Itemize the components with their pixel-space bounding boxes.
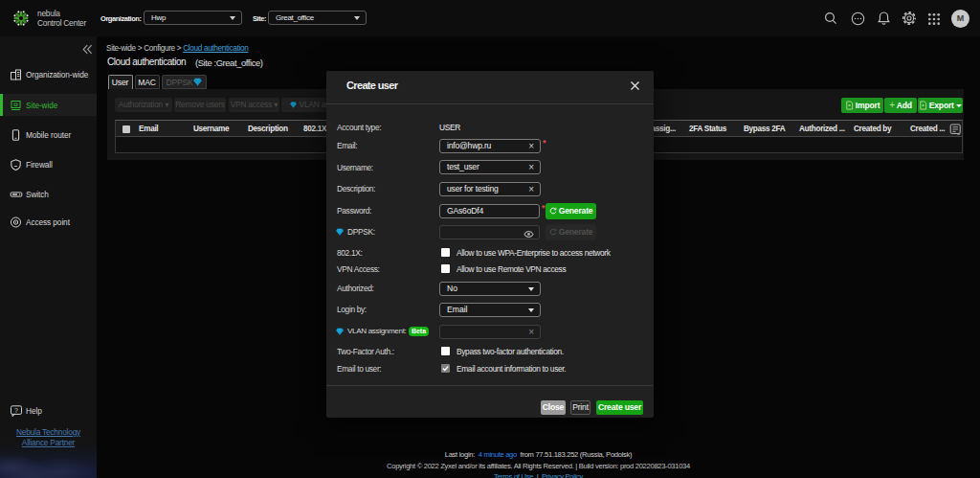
svg-text:?: ? bbox=[14, 407, 18, 414]
